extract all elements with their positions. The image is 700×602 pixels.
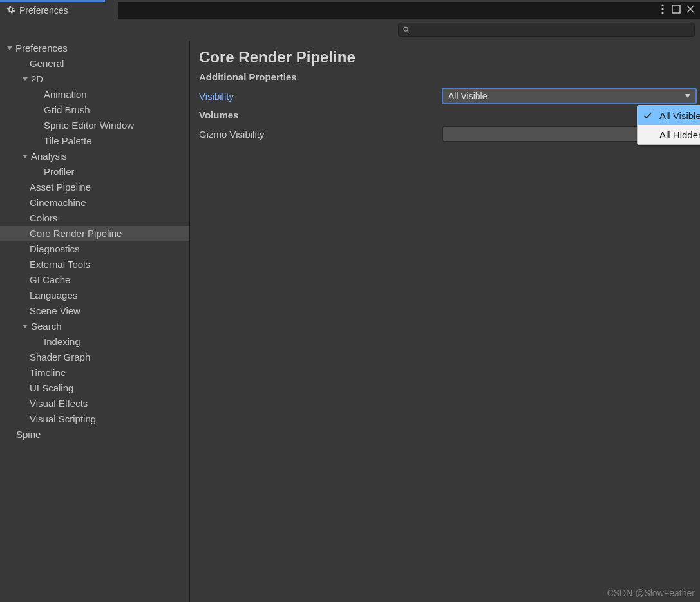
svg-rect-3 [672,5,680,13]
sidebar-item-label: Timeline [30,365,66,381]
sidebar-item-core-render-pipeline[interactable]: Core Render Pipeline [0,226,189,241]
foldout-icon[interactable] [21,77,30,81]
svg-point-0 [661,4,663,6]
sidebar-item-external-tools[interactable]: External Tools [0,257,189,272]
sidebar-item-cinemachine[interactable]: Cinemachine [0,195,189,211]
watermark: CSDN @SlowFeather [607,588,695,598]
sidebar-item-label: Profiler [44,164,75,180]
sidebar-item-label: Tile Palette [44,133,91,149]
tab-title: Preferences [19,5,68,15]
sidebar-item-label: Spine [16,427,41,442]
visibility-dropdown[interactable]: All Visible [442,88,696,104]
sidebar-item-label: Colors [30,211,57,226]
close-icon[interactable] [686,5,695,14]
section-volumes: Volumes [199,109,696,120]
sidebar-item-label: UI Scaling [30,381,73,396]
visibility-dropdown-value: All Visible [448,91,487,101]
sidebar-item-label: GI Cache [30,272,70,288]
sidebar-item-grid-brush[interactable]: Grid Brush [0,102,189,118]
svg-line-7 [407,30,409,32]
sidebar-tree: PreferencesGeneral2DAnimationGrid BrushS… [0,41,190,602]
sidebar-item-indexing[interactable]: Indexing [0,334,189,350]
sidebar-item-languages[interactable]: Languages [0,288,189,303]
sidebar-item-ui-scaling[interactable]: UI Scaling [0,381,189,396]
sidebar-item-visual-scripting[interactable]: Visual Scripting [0,411,189,427]
foldout-icon[interactable] [5,46,14,50]
dropdown-option-label: All Hidden [659,129,700,140]
section-additional-properties: Additional Properties [199,71,696,82]
window-tab-bar: Preferences [0,2,700,19]
check-icon [641,110,654,120]
sidebar-item-label: Grid Brush [44,102,90,118]
sidebar-item-scene-view[interactable]: Scene View [0,303,189,319]
sidebar-item-gi-cache[interactable]: GI Cache [0,272,189,288]
dropdown-option-all-hidden[interactable]: All Hidden [638,125,700,144]
sidebar-item-label: Core Render Pipeline [30,226,122,241]
svg-point-1 [661,8,663,10]
sidebar-item-label: Languages [30,288,77,303]
sidebar-item-label: Sprite Editor Window [44,118,134,133]
sidebar-item-diagnostics[interactable]: Diagnostics [0,241,189,257]
sidebar-item-search[interactable]: Search [0,319,189,334]
sidebar-item-label: Preferences [15,41,68,56]
sidebar-item-preferences[interactable]: Preferences [0,41,189,56]
sidebar-item-asset-pipeline[interactable]: Asset Pipeline [0,180,189,195]
field-label-gizmo-visibility: Gizmo Visibility [199,129,442,140]
gear-icon [6,5,15,16]
sidebar-item-label: Animation [44,87,87,102]
sidebar-item-profiler[interactable]: Profiler [0,164,189,180]
visibility-dropdown-menu: All Visible All Hidden [637,105,700,145]
sidebar-item-label: Asset Pipeline [30,180,91,195]
foldout-icon[interactable] [21,155,30,158]
sidebar-item-animation[interactable]: Animation [0,87,189,102]
kebab-menu-icon[interactable] [659,4,667,14]
sidebar-item-label: External Tools [30,257,90,272]
sidebar-item-label: Visual Scripting [30,411,96,427]
sidebar-item-label: 2D [31,71,43,87]
chevron-down-icon [685,94,690,98]
sidebar-item-label: Indexing [44,334,80,350]
sidebar-item-label: Scene View [30,303,80,319]
sidebar-item-analysis[interactable]: Analysis [0,149,189,164]
sidebar-item-sprite-editor-window[interactable]: Sprite Editor Window [0,118,189,133]
sidebar-item-label: Visual Effects [30,396,88,411]
search-icon [402,24,410,35]
field-label-visibility: Visibility [199,91,442,102]
page-title: Core Render Pipeline [199,48,696,66]
dropdown-option-all-visible[interactable]: All Visible [638,106,700,125]
sidebar-item-tile-palette[interactable]: Tile Palette [0,133,189,149]
sidebar-item-2d[interactable]: 2D [0,71,189,87]
sidebar-item-label: Search [31,319,62,334]
svg-point-2 [661,12,663,14]
sidebar-item-label: Diagnostics [30,241,80,257]
sidebar-item-spine[interactable]: Spine [0,427,189,442]
tab-preferences[interactable]: Preferences [0,2,118,19]
sidebar-item-label: Cinemachine [30,195,86,211]
sidebar-item-label: Analysis [31,149,67,164]
svg-point-6 [404,27,408,31]
search-input[interactable] [398,23,695,37]
sidebar-item-label: General [30,56,64,71]
sidebar-item-shader-graph[interactable]: Shader Graph [0,350,189,365]
settings-panel: Core Render Pipeline Additional Properti… [190,41,700,602]
sidebar-item-timeline[interactable]: Timeline [0,365,189,381]
sidebar-item-label: Shader Graph [30,350,90,365]
sidebar-item-visual-effects[interactable]: Visual Effects [0,396,189,411]
dropdown-option-label: All Visible [659,110,700,121]
foldout-icon[interactable] [21,325,30,328]
sidebar-item-general[interactable]: General [0,56,189,71]
maximize-icon[interactable] [672,5,681,14]
sidebar-item-colors[interactable]: Colors [0,211,189,226]
